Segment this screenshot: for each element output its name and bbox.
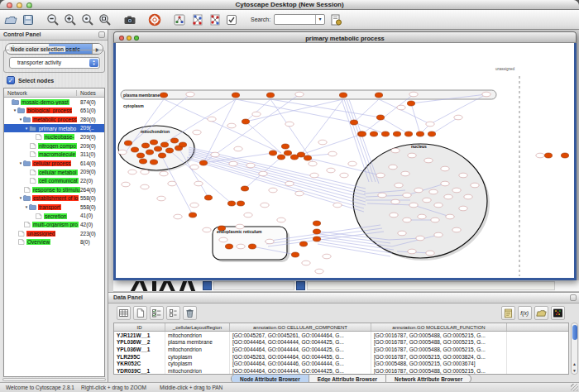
zoom-out-icon[interactable]: [45, 12, 60, 27]
table-cell[interactable]: cytoplasm: [165, 361, 230, 368]
table-cell[interactable]: cytoplasm: [165, 353, 230, 361]
search-config-icon[interactable]: [328, 12, 343, 27]
table-cell[interactable]: [GO:0016787, GO:0005215, GO:0003824, G..…: [371, 353, 507, 361]
table-cell[interactable]: YPL036W__2: [114, 339, 165, 347]
tree-row[interactable]: ▼cellular process614(0): [4, 159, 104, 168]
formula-builder-icon[interactable]: f(x): [518, 306, 532, 320]
table-cell[interactable]: YDR039C__1: [114, 367, 165, 375]
graph-node: [395, 183, 403, 188]
zoom-fit-icon[interactable]: [98, 12, 112, 27]
network-window-titlebar[interactable]: primary metabolic process: [113, 31, 577, 43]
table-cell[interactable]: [GO:0016787, GO:0005488, GO:0005215, G..…: [371, 346, 507, 353]
graph-node-highlighted: [141, 143, 149, 148]
tree-row[interactable]: ▼establishment of lo558(0): [4, 194, 104, 203]
attribute-matrix-icon[interactable]: [551, 306, 565, 320]
table-scroll-arrows[interactable]: ▲▼: [571, 361, 578, 374]
tree-row[interactable]: ▼metabolic process280(0): [4, 115, 104, 124]
table-column-header[interactable]: annotation.GO CELLULAR_COMPONENT: [230, 323, 371, 331]
open-folder-icon[interactable]: [3, 12, 18, 27]
table-cell[interactable]: mitochondrion: [165, 367, 230, 375]
tree-row[interactable]: secretion41(0): [4, 212, 104, 221]
table-row[interactable]: YPL036W__1mitochondrion[GO:0044464, GO:0…: [114, 346, 568, 353]
search-combobox[interactable]: ▾: [274, 14, 325, 25]
table-column-header[interactable]: _cellularLayoutRegion: [165, 323, 230, 331]
table-cell[interactable]: mitochondrion: [165, 346, 230, 353]
tree-row[interactable]: Overview8(0): [4, 238, 104, 247]
table-cell[interactable]: YJR121W__1: [114, 332, 165, 339]
node-color-combobox[interactable]: transporter activity ▲▼: [9, 57, 100, 69]
graph-node: [246, 163, 255, 168]
control-panel-scrollbar-track[interactable]: [2, 378, 106, 381]
region-nucleus[interactable]: [353, 144, 490, 261]
table-cell[interactable]: [GO:0044464, GO:0044446, GO:0044444, G..…: [230, 361, 371, 368]
import-attributes-icon[interactable]: [534, 306, 548, 320]
tree-row[interactable]: ▼biological_process651(0): [4, 107, 104, 116]
table-row[interactable]: YKR052Ccytoplasm[GO:0044464, GO:0044446,…: [114, 361, 568, 368]
network-canvas[interactable]: plasma membranecytoplasmmitochondrionnuc…: [113, 43, 577, 280]
tree-row[interactable]: mosaic-demo-yeast874(0): [4, 98, 104, 107]
layout-a-icon[interactable]: [189, 12, 204, 27]
table-cell[interactable]: YLR295C: [114, 353, 165, 361]
select-nodes-checkbox[interactable]: ✓: [7, 76, 15, 84]
zoom-in-icon[interactable]: [63, 12, 78, 27]
table-cell[interactable]: [GO:0016787, GO:0005488, GO:0005215, G..…: [371, 339, 507, 347]
table-cell[interactable]: [GO:0045267, GO:0045261, GO:0044464, G..…: [230, 332, 371, 339]
node-color-selection-group: Node color selection transporter activit…: [3, 50, 105, 73]
tree-row[interactable]: cell communicat22(0): [4, 176, 104, 185]
tree-row[interactable]: multi-organism pro42(0): [4, 220, 104, 229]
table-mode-icon[interactable]: [117, 306, 131, 320]
table-cell[interactable]: plasma membrane: [165, 339, 230, 347]
save-icon[interactable]: [21, 12, 36, 27]
tree-row[interactable]: macromolecule311(0): [4, 151, 104, 160]
layout-b-icon[interactable]: [207, 12, 222, 27]
tree-row[interactable]: cellular metabol209(0): [4, 168, 104, 177]
tree-row[interactable]: ▼primary metabo209(..: [4, 124, 104, 133]
search-sites-icon[interactable]: [224, 12, 239, 27]
tree-row[interactable]: nitrogen compo209(0): [4, 141, 104, 151]
resize-grip[interactable]: [571, 384, 578, 391]
tree-row-label: secretion: [44, 213, 67, 219]
table-cell[interactable]: [GO:0044464, GO:0044444, GO:0044425, G..…: [230, 346, 371, 353]
table-row[interactable]: YPL036W__2plasma membrane[GO:0044464, GO…: [114, 339, 568, 347]
snapshot-icon[interactable]: [122, 12, 137, 27]
table-column-header[interactable]: annotation.GO MOLECULAR_FUNCTION: [371, 323, 507, 331]
tree-row[interactable]: ▼transport558(0): [4, 203, 104, 212]
table-scrollbar-thumb[interactable]: [572, 325, 577, 340]
float-panel-icon[interactable]: [98, 31, 105, 38]
graph-node-highlighted: [199, 160, 207, 165]
select-attributes-icon[interactable]: [150, 306, 164, 320]
graph-node: [401, 171, 409, 176]
float-panel-icon[interactable]: [570, 294, 577, 301]
delete-attribute-icon[interactable]: [183, 306, 197, 320]
region-plasma-membrane[interactable]: [121, 90, 496, 99]
table-cell[interactable]: mitochondrion: [165, 332, 230, 339]
folder-icon: [12, 99, 19, 105]
notepad-icon[interactable]: [501, 306, 515, 320]
tree-row[interactable]: unassigned223(0): [4, 229, 104, 238]
table-column-header[interactable]: ID: [114, 323, 165, 331]
new-attribute-icon[interactable]: [133, 306, 147, 320]
table-cell[interactable]: [GO:0045263, GO:0044464, GO:0044455, G..…: [230, 353, 371, 361]
window-titlebar[interactable]: Cytoscape Desktop (New Session): [0, 0, 579, 10]
table-cell[interactable]: YKR052C: [114, 361, 165, 368]
tree-row-label: biological_process: [26, 108, 72, 113]
table-row[interactable]: YJR121W__1mitochondrion[GO:0045267, GO:0…: [114, 332, 568, 339]
search-input[interactable]: [275, 15, 315, 24]
help-icon[interactable]: [147, 12, 162, 27]
graph-node: [203, 227, 211, 232]
zoom-selected-icon[interactable]: [80, 12, 95, 27]
table-cell[interactable]: [GO:0005488, GO:0005215, GO:0003674]: [371, 361, 507, 368]
background-blue-box: [296, 281, 305, 290]
attribute-columns-icon[interactable]: [166, 306, 180, 320]
tree-row[interactable]: response to stimulu264(0): [4, 185, 104, 194]
table-row[interactable]: YLR295Ccytoplasm[GO:0045263, GO:0044464,…: [114, 353, 568, 361]
toolbar-separator: [140, 12, 147, 27]
combobox-stepper-icon[interactable]: ▲▼: [89, 59, 98, 67]
table-cell[interactable]: YPL036W__1: [114, 346, 165, 353]
vizmapper-icon[interactable]: [172, 12, 187, 27]
table-cell[interactable]: [GO:0016787, GO:0005488, GO:0005215, G..…: [371, 332, 507, 339]
table-cell[interactable]: [GO:0044464, GO:0044444, GO:0044425, G..…: [230, 339, 371, 347]
tree-row[interactable]: nucleobase-209(0): [4, 132, 104, 141]
tree-row-label: macromolecule: [38, 151, 76, 157]
search-dropdown-arrow-icon[interactable]: ▾: [315, 15, 324, 24]
